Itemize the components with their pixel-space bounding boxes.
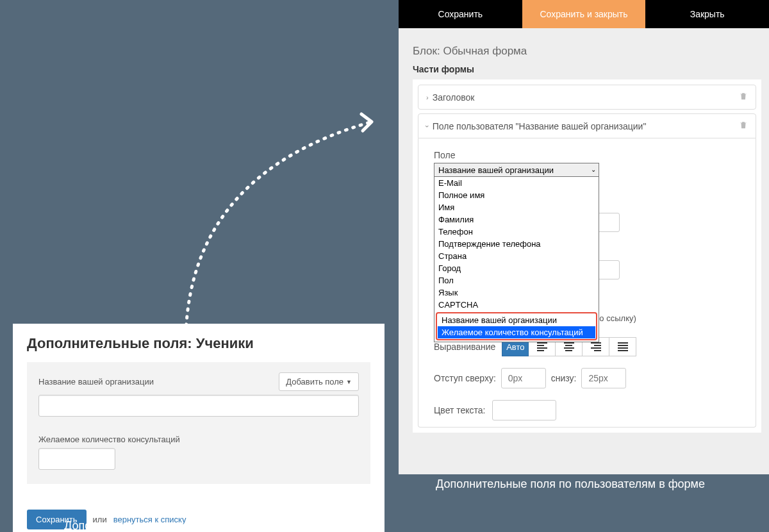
field-label-consult: Желаемое количество консультаций xyxy=(38,435,359,444)
option-custom-org[interactable]: Название вашей организации xyxy=(438,314,595,326)
option-email[interactable]: E-Mail xyxy=(434,177,599,189)
option-lang[interactable]: Язык xyxy=(434,287,599,299)
caption-left: Дополнительные поля по пользователям xyxy=(64,519,284,532)
option-captcha[interactable]: CAPTCHA xyxy=(434,299,599,311)
margin-top-input[interactable] xyxy=(501,368,546,388)
field-label-org: Название вашей организации xyxy=(38,377,154,387)
org-name-input[interactable] xyxy=(38,395,359,417)
caret-down-icon: ▼ xyxy=(346,379,352,385)
add-field-button[interactable]: Добавить поле▼ xyxy=(279,372,359,391)
align-left-icon xyxy=(537,341,547,353)
panel-body-userfield: Поле Название вашей организации ⌄ E-Mail… xyxy=(418,138,756,428)
fields-container: Название вашей организации Добавить поле… xyxy=(27,362,370,484)
alignment-label: Выравнивание xyxy=(434,342,495,352)
topbar-save-close-button[interactable]: Сохранить и закрыть xyxy=(522,0,646,28)
option-gender[interactable]: Пол xyxy=(434,274,599,287)
custom-fields-highlight: Название вашей организации Желаемое коли… xyxy=(436,312,597,340)
option-surname[interactable]: Фамилия xyxy=(434,213,599,226)
custom-fields-panel: Дополнительные поля: Ученики Название ва… xyxy=(13,324,384,532)
parts-container: › Заголовок › Поле пользователя "Названи… xyxy=(413,79,761,433)
delete-icon[interactable] xyxy=(739,121,748,131)
option-phone[interactable]: Телефон xyxy=(434,226,599,238)
chevron-down-icon: › xyxy=(424,125,431,128)
chevron-down-icon: ⌄ xyxy=(591,166,596,173)
panel-header-title[interactable]: › Заголовок xyxy=(418,85,756,110)
option-custom-consult[interactable]: Желаемое количество консультаций xyxy=(438,326,595,338)
margin-bottom-input[interactable] xyxy=(581,368,626,388)
text-color-label: Цвет текста: xyxy=(434,405,486,415)
option-city[interactable]: Город xyxy=(434,262,599,274)
form-builder-panel: Сохранить Сохранить и закрыть Закрыть Бл… xyxy=(399,0,769,474)
topbar: Сохранить Сохранить и закрыть Закрыть xyxy=(399,0,769,28)
align-right-icon xyxy=(591,341,601,353)
option-country[interactable]: Страна xyxy=(434,250,599,262)
option-name[interactable]: Имя xyxy=(434,201,599,213)
margin-top-label: Отступ сверху: xyxy=(434,373,496,383)
guide-arrow xyxy=(167,90,397,346)
field-select-label: Поле xyxy=(434,150,740,160)
chevron-right-icon: › xyxy=(426,94,429,101)
topbar-close-button[interactable]: Закрыть xyxy=(645,0,769,28)
align-justify-button[interactable] xyxy=(609,337,636,356)
option-phone-confirm[interactable]: Подтверждение телефона xyxy=(434,238,599,250)
option-fullname[interactable]: Полное имя xyxy=(434,189,599,201)
margin-bottom-label: снизу: xyxy=(551,373,577,383)
consultations-input[interactable] xyxy=(38,448,115,470)
parts-label: Части формы xyxy=(413,64,769,74)
align-justify-icon xyxy=(618,341,628,353)
align-center-icon xyxy=(564,341,574,353)
page-title: Дополнительные поля: Ученики xyxy=(27,335,370,352)
delete-icon[interactable] xyxy=(739,92,748,103)
topbar-save-button[interactable]: Сохранить xyxy=(399,0,522,28)
caption-right: Дополнительные поля по пользователям в ф… xyxy=(436,478,705,491)
text-color-input[interactable] xyxy=(492,400,556,420)
panel-header-userfield[interactable]: › Поле пользователя "Название вашей орга… xyxy=(418,113,756,138)
field-select[interactable]: Название вашей организации ⌄ xyxy=(434,163,599,177)
field-select-dropdown: E-Mail Полное имя Имя Фамилия Телефон По… xyxy=(434,176,599,342)
block-title: Блок: Обычная форма xyxy=(413,45,769,58)
